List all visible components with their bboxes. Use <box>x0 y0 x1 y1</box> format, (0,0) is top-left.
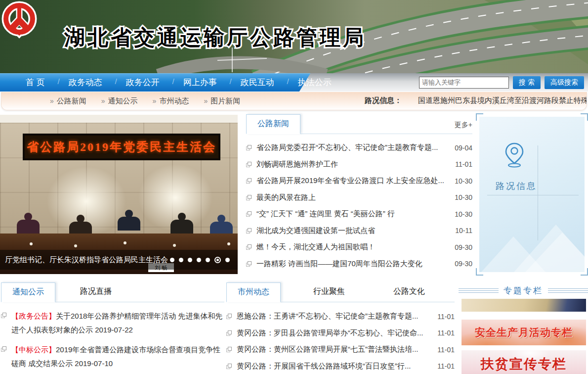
more-link[interactable]: 更多+ <box>455 121 472 134</box>
city-link[interactable]: 黄冈公路：黄州区公路管理局开展“七五”普法暨执法培... <box>237 345 431 354</box>
tab-gonglu-xinwen[interactable]: 公路新闻 <box>246 114 300 134</box>
carousel-dot[interactable] <box>206 258 210 262</box>
road-info-widget: 路况信息 <box>476 113 588 276</box>
news-link[interactable]: 燃！今天，湖北交通人为祖国歌唱！ <box>256 242 449 252</box>
carousel-dot[interactable] <box>188 258 192 262</box>
news-date: 09-04 <box>455 144 472 152</box>
nav-menu: 首 页 政务动态 政务公开 网上办事 政民互动 执法公示 <box>14 73 343 92</box>
news-list: 省公路局党委召开“不忘初心、牢记使命”主题教育专题... 09-04 刘畅调研恩… <box>246 140 472 272</box>
nav-item-zhengmin-hudong[interactable]: 政民互动 <box>229 77 286 88</box>
city-link[interactable]: 恩施公路：王勇讲“不忘初心、牢记使命”主题教育专题... <box>237 312 431 321</box>
double-arrow-icon: » <box>153 97 157 105</box>
news-date: 10-30 <box>455 177 472 185</box>
double-arrow-icon: » <box>101 97 105 105</box>
carousel-caption-bar: 厅党组书记、厅长朱汉桥指导省公路局民主生活会 <box>0 250 238 270</box>
quicklink-label: 市州动态 <box>159 96 189 106</box>
carousel-caption[interactable]: 厅党组书记、厅长朱汉桥指导省公路局民主生活会 <box>0 255 170 265</box>
site-title: 湖北省交通运输厅公路管理局 <box>64 24 366 51</box>
news-link[interactable]: 一路精彩 诗画当阳——建国70周年当阳公路大变化 <box>256 259 449 269</box>
city-link[interactable]: 黄冈公路：罗田县公路管理局举办“不忘初心、牢记使命... <box>237 328 431 338</box>
special-title: 专题专栏 <box>504 285 543 296</box>
nav-item-home[interactable]: 首 页 <box>14 77 57 88</box>
nav-item-wangshang-banshi[interactable]: 网上办事 <box>171 77 229 88</box>
notice-tag: 【中标公示】 <box>11 345 56 354</box>
table-cups <box>30 242 33 245</box>
nav-item-zhengwu-gongkai[interactable]: 政务公开 <box>114 77 171 88</box>
carousel-dot[interactable] <box>197 258 201 262</box>
nav-item-zhengwu-dongtai[interactable]: 政务动态 <box>57 77 114 88</box>
quicklink-tupian-xinwen[interactable]: » 图片新闻 <box>204 96 240 106</box>
carousel-dot[interactable] <box>170 258 174 262</box>
news-date: 09-30 <box>455 260 472 268</box>
banner-text: 安全生产月活动专栏 <box>475 326 573 339</box>
news-row: 湖北成为交通强国建设第一批试点省 10-11 <box>246 223 472 239</box>
carousel-dot[interactable] <box>214 257 221 263</box>
news-date: 09-30 <box>455 243 472 251</box>
search-input[interactable] <box>419 77 509 89</box>
news-row: 刘畅调研恩施州养护工作 11-01 <box>246 156 472 173</box>
news-row: 最美的风景在路上 10-30 <box>246 189 472 206</box>
news-row: 省公路局党委召开“不忘初心、牢记使命”主题教育专题... 09-04 <box>246 140 472 156</box>
notice-link[interactable]: 【政务公告】关于2018年公路养护精细管理年活动 先进集体和先进个人拟表彰对象的… <box>11 309 224 337</box>
decorative-lines <box>548 288 588 293</box>
news-link[interactable]: “交” 汇天下 “通” 连闾里 黄石 “美丽公路” 行 <box>256 209 449 219</box>
search-button[interactable]: 搜 索 <box>513 76 541 89</box>
photo-ceiling <box>0 115 238 123</box>
tab-shizhou-dongtai[interactable]: 市州动态 <box>226 282 281 302</box>
document-icon <box>246 261 252 267</box>
site-logo-icon <box>0 0 39 41</box>
advanced-search-button[interactable]: 高级搜索 <box>545 76 584 89</box>
divider <box>487 195 579 195</box>
city-link[interactable]: 黄冈公路：开展国省干线公路路域环境“百日攻坚”行... <box>237 362 431 371</box>
notice-row: 【政务公告】关于2018年公路养护精细管理年活动 先进集体和先进个人拟表彰对象的… <box>1 309 224 337</box>
quicklink-gonglu-xinwen[interactable]: » 公路新闻 <box>50 96 86 106</box>
city-date: 11-01 <box>437 329 455 337</box>
city-date: 11-01 <box>437 362 455 370</box>
quicklink-tongzhi-gongshi[interactable]: » 通知公示 <box>101 96 138 106</box>
main-navbar: 首 页 政务动态 政务公开 网上办事 政民互动 执法公示 搜 索 高级搜索 <box>0 73 588 92</box>
quicklink-shizhou-dongtai[interactable]: » 市州动态 <box>153 96 189 106</box>
news-link[interactable]: 省公路局开展2019年全省专业公路渡口 水上安全应急处... <box>256 176 449 186</box>
news-header: 公路新闻 更多+ <box>246 115 472 134</box>
document-icon <box>246 178 252 184</box>
header-banner: 湖北省交通运输厅公路管理局 <box>0 0 588 73</box>
carousel-dots <box>170 257 238 263</box>
city-date: 11-01 <box>437 346 455 354</box>
notices-tabs: 通知公示 路况直播 <box>1 283 224 302</box>
special-columns-panel: 专题专栏 安全生产月活动专栏 扶贫宣传专栏 <box>459 283 588 374</box>
city-row: 黄冈公路：黄州区公路管理局开展“七五”普法暨执法培... 11-01 <box>226 341 455 358</box>
led-banner-text: 省公路局2019年党委民主生活会 <box>27 139 216 155</box>
notice-list: 【政务公告】关于2018年公路养护精细管理年活动 先进集体和先进个人拟表彰对象的… <box>1 309 224 371</box>
special-banner-partial[interactable] <box>462 299 586 312</box>
notice-link[interactable]: 【中标公示】2019年全省普通公路建设市场综合督查项目竞争性磋商 成交结果公示 … <box>11 343 224 371</box>
news-link[interactable]: 刘畅调研恩施州养护工作 <box>256 160 449 169</box>
special-banner-safety-month[interactable]: 安全生产月活动专栏 <box>462 320 586 345</box>
special-banner-poverty-relief[interactable]: 扶贫宣传专栏 <box>462 350 586 374</box>
tab-lukuang-zhibo[interactable]: 路况直播 <box>69 282 123 302</box>
news-link[interactable]: 湖北成为交通强国建设第一批试点省 <box>256 226 449 235</box>
document-icon <box>1 346 6 352</box>
city-row: 恩施公路：王勇讲“不忘初心、牢记使命”主题教育专题... 11-01 <box>226 308 455 325</box>
meeting-led-banner: 省公路局2019年党委民主生活会 <box>23 134 220 160</box>
notice-tag: 【政务公告】 <box>11 312 56 320</box>
road-info-card[interactable]: 路况信息 <box>479 117 585 272</box>
tab-hangye-jujiao[interactable]: 行业聚焦 <box>302 282 356 302</box>
road-info-label: 路况信息 <box>496 180 537 192</box>
carousel-dot[interactable] <box>225 258 230 262</box>
city-row: 黄冈公路：开展国省干线公路路域环境“百日攻坚”行... 11-01 <box>226 358 455 374</box>
banner-text: 扶贫宣传专栏 <box>481 355 567 373</box>
news-row: 省公路局开展2019年全省专业公路渡口 水上安全应急处... 10-30 <box>246 173 472 189</box>
news-link[interactable]: 最美的风景在路上 <box>256 193 449 202</box>
quicklink-label: 通知公示 <box>108 96 138 106</box>
notices-panel: 通知公示 路况直播 【政务公告】关于2018年公路养护精细管理年活动 先进集体和… <box>1 283 224 374</box>
tab-gonglu-wenhua[interactable]: 公路文化 <box>382 282 436 302</box>
document-icon <box>226 364 232 369</box>
news-carousel[interactable]: 省公路局2019年党委民主生活会 刘 畅 厅党组书记、厅长朱汉桥指导省公路局民主… <box>0 115 238 274</box>
nav-item-zhifa-gongshi[interactable]: 执法公示 <box>286 77 343 88</box>
news-link[interactable]: 省公路局党委召开“不忘初心、牢记使命”主题教育专题... <box>256 143 449 152</box>
city-list: 恩施公路：王勇讲“不忘初心、牢记使命”主题教育专题... 11-01 黄冈公路：… <box>226 308 455 374</box>
road-condition-ticker[interactable]: 国道恩施州巴东县境内溪丘湾至沿渡河路段禁止特殊车辆 <box>418 96 587 105</box>
search-area: 搜 索 高级搜索 <box>419 73 584 92</box>
carousel-dot[interactable] <box>179 258 183 262</box>
tab-tongzhi-gongshi[interactable]: 通知公示 <box>1 282 55 302</box>
